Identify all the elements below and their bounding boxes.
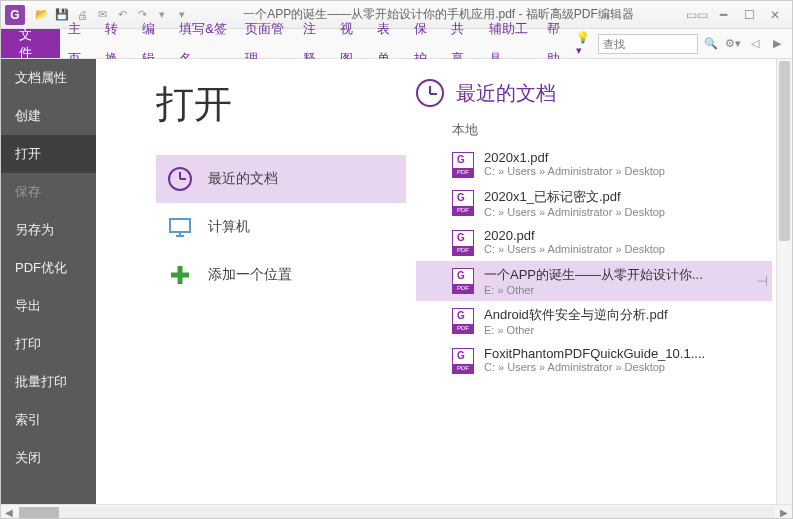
hscroll-track[interactable]	[19, 507, 774, 519]
computer-icon	[166, 213, 194, 241]
sidebar-item-7[interactable]: 打印	[1, 325, 96, 363]
recent-file-0[interactable]: 2020x1.pdfC: » Users » Administrator » D…	[416, 145, 772, 183]
open-source-label: 添加一个位置	[208, 266, 292, 284]
sidebar-item-8[interactable]: 批量打印	[1, 363, 96, 401]
pdf-file-icon	[452, 230, 474, 256]
plus-icon	[166, 261, 194, 289]
gear-icon[interactable]: ⚙▾	[724, 35, 742, 53]
sidebar-item-1[interactable]: 创建	[1, 97, 96, 135]
svg-rect-3	[170, 219, 190, 232]
open-source-1[interactable]: 计算机	[156, 203, 406, 251]
file-meta: 2020x1_已标记密文.pdfC: » Users » Administrat…	[484, 188, 665, 218]
search-icon[interactable]: 🔍	[702, 35, 720, 53]
search-input[interactable]	[598, 34, 698, 54]
sidebar-item-4[interactable]: 另存为	[1, 211, 96, 249]
sidebar-item-6[interactable]: 导出	[1, 287, 96, 325]
sidebar-item-5[interactable]: PDF优化	[1, 249, 96, 287]
sidebar-item-10[interactable]: 关闭	[1, 439, 96, 477]
ribbon-tabs: 文件 主页 转换 编辑 填写&签名 页面管理 注释 视图 表单 保护 共享 辅助…	[1, 29, 792, 59]
recent-file-4[interactable]: Android软件安全与逆向分析.pdfE: » Other	[416, 301, 772, 341]
file-meta: 2020.pdfC: » Users » Administrator » Des…	[484, 228, 665, 255]
file-meta: 一个APP的诞生——从零开始设计你...E: » Other	[484, 266, 703, 296]
page-title: 打开	[156, 79, 406, 130]
file-name: 2020.pdf	[484, 228, 665, 243]
open-source-label: 计算机	[208, 218, 250, 236]
file-tab[interactable]: 文件	[1, 29, 60, 58]
nav-next-icon[interactable]: ▶	[768, 35, 786, 53]
open-icon[interactable]: 📂	[33, 6, 51, 24]
ribbon-toggle-icon[interactable]: ▭▭	[686, 6, 708, 24]
backstage-sidebar: 文档属性创建打开保存另存为PDF优化导出打印批量打印索引关闭	[1, 59, 96, 504]
minimize-icon[interactable]: ━	[712, 6, 734, 24]
open-source-label: 最近的文档	[208, 170, 278, 188]
file-path: C: » Users » Administrator » Desktop	[484, 206, 665, 218]
file-name: 2020x1.pdf	[484, 150, 665, 165]
file-name: Android软件安全与逆向分析.pdf	[484, 306, 668, 324]
pin-icon[interactable]: ⊣	[756, 273, 768, 289]
ribbon-tab-list: 主页 转换 编辑 填写&签名 页面管理 注释 视图 表单 保护 共享 辅助工具 …	[60, 29, 576, 58]
recent-file-1[interactable]: 2020x1_已标记密文.pdfC: » Users » Administrat…	[416, 183, 772, 223]
ribbon-right-tools: 💡▾ 🔍 ⚙▾ ◁ ▶	[576, 29, 792, 58]
sidebar-item-9[interactable]: 索引	[1, 401, 96, 439]
file-name: 2020x1_已标记密文.pdf	[484, 188, 665, 206]
nav-prev-icon[interactable]: ◁	[746, 35, 764, 53]
pdf-file-icon	[452, 190, 474, 216]
file-path: C: » Users » Administrator » Desktop	[484, 165, 665, 177]
file-path: E: » Other	[484, 324, 668, 336]
pdf-file-icon	[452, 308, 474, 334]
section-local-label: 本地	[452, 121, 772, 139]
file-path: C: » Users » Administrator » Desktop	[484, 361, 705, 373]
file-meta: 2020x1.pdfC: » Users » Administrator » D…	[484, 150, 665, 177]
clock-icon	[166, 165, 194, 193]
horizontal-scrollbar[interactable]: ◀ ▶	[1, 504, 792, 519]
file-name: FoxitPhantomPDFQuickGuide_10.1....	[484, 346, 705, 361]
file-name: 一个APP的诞生——从零开始设计你...	[484, 266, 703, 284]
pdf-file-icon	[452, 348, 474, 374]
file-meta: Android软件安全与逆向分析.pdfE: » Other	[484, 306, 668, 336]
sidebar-item-0[interactable]: 文档属性	[1, 59, 96, 97]
file-path: C: » Users » Administrator » Desktop	[484, 243, 665, 255]
maximize-icon[interactable]: ☐	[738, 6, 760, 24]
hscroll-thumb[interactable]	[19, 507, 59, 519]
hscroll-left-icon[interactable]: ◀	[1, 507, 17, 518]
recent-file-list: 2020x1.pdfC: » Users » Administrator » D…	[416, 145, 772, 379]
file-meta: FoxitPhantomPDFQuickGuide_10.1....C: » U…	[484, 346, 705, 373]
vscroll-thumb[interactable]	[779, 61, 790, 241]
recent-file-3[interactable]: 一个APP的诞生——从零开始设计你...E: » Other⊣	[416, 261, 772, 301]
app-logo-icon: G	[5, 5, 25, 25]
sidebar-item-3: 保存	[1, 173, 96, 211]
recent-file-5[interactable]: FoxitPhantomPDFQuickGuide_10.1....C: » U…	[416, 341, 772, 379]
backstage-view: 文档属性创建打开保存另存为PDF优化导出打印批量打印索引关闭 打开 最近的文档计…	[1, 59, 792, 504]
open-left-column: 打开 最近的文档计算机添加一个位置	[96, 79, 406, 504]
open-source-0[interactable]: 最近的文档	[156, 155, 406, 203]
window-controls: ▭▭ ━ ☐ ✕	[686, 6, 786, 24]
backstage-content: 打开 最近的文档计算机添加一个位置 最近的文档 本地 2020x1.pdfC: …	[96, 59, 792, 504]
vertical-scrollbar[interactable]	[776, 59, 792, 504]
open-source-2[interactable]: 添加一个位置	[156, 251, 406, 299]
clock-icon	[416, 79, 444, 107]
file-path: E: » Other	[484, 284, 703, 296]
bulb-icon[interactable]: 💡▾	[576, 35, 594, 53]
open-source-list: 最近的文档计算机添加一个位置	[156, 155, 406, 299]
recent-header: 最近的文档	[416, 79, 772, 107]
recent-header-label: 最近的文档	[456, 80, 556, 107]
open-right-column: 最近的文档 本地 2020x1.pdfC: » Users » Administ…	[406, 79, 792, 504]
hscroll-right-icon[interactable]: ▶	[776, 507, 792, 518]
pdf-file-icon	[452, 152, 474, 178]
recent-file-2[interactable]: 2020.pdfC: » Users » Administrator » Des…	[416, 223, 772, 261]
close-icon[interactable]: ✕	[764, 6, 786, 24]
sidebar-item-2[interactable]: 打开	[1, 135, 96, 173]
pdf-file-icon	[452, 268, 474, 294]
